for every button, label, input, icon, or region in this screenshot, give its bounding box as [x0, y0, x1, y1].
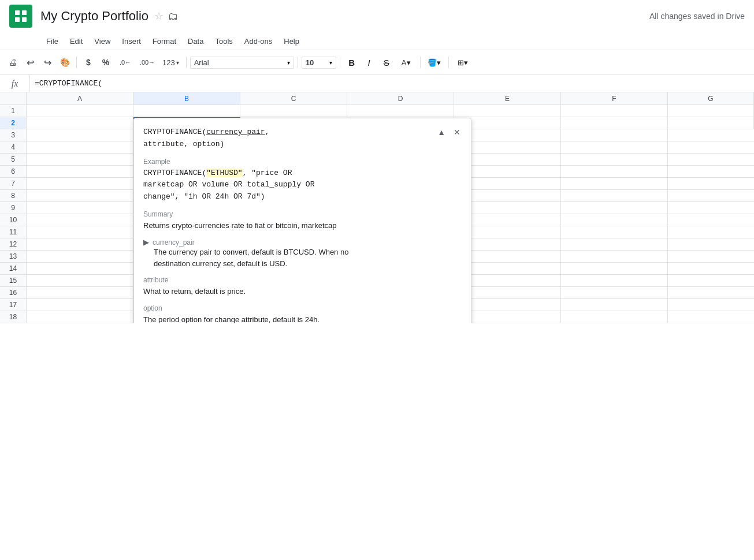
borders-btn[interactable]: ⊞▾ [452, 54, 473, 70]
example-section: Example CRYPTOFINANCE("ETHUSD", "price O… [143, 158, 462, 203]
cell[interactable] [668, 214, 754, 226]
font-color-btn[interactable]: A▾ [396, 54, 417, 70]
cell[interactable] [27, 190, 133, 201]
redo-btn[interactable]: ↪ [39, 54, 55, 70]
col-header-c[interactable]: C [240, 92, 347, 104]
cell[interactable] [240, 105, 347, 117]
cell[interactable] [668, 226, 754, 238]
menu-edit[interactable]: Edit [65, 35, 87, 47]
cell[interactable] [454, 105, 561, 117]
cell[interactable] [668, 117, 754, 129]
col-header-g[interactable]: G [668, 92, 754, 104]
cell[interactable] [27, 251, 133, 262]
cell[interactable] [561, 226, 668, 238]
cell[interactable] [27, 238, 133, 250]
font-family-box[interactable]: Arial ▾ [190, 57, 294, 69]
col-header-a[interactable]: A [27, 92, 133, 104]
cell[interactable] [27, 141, 133, 153]
menu-addons[interactable]: Add-ons [240, 35, 277, 47]
col-header-b[interactable]: B [133, 92, 240, 104]
undo-btn[interactable]: ↩ [22, 54, 38, 70]
row-num: 18 [0, 311, 27, 323]
cell[interactable] [27, 311, 133, 323]
cell[interactable] [27, 117, 133, 129]
cell[interactable] [27, 202, 133, 214]
star-icon[interactable]: ☆ [154, 10, 164, 23]
cell[interactable] [27, 226, 133, 238]
cell[interactable] [668, 299, 754, 311]
cell[interactable] [561, 178, 668, 189]
formula-input[interactable]: =CRYPTOFINANCE( [30, 77, 754, 90]
cell[interactable] [668, 263, 754, 274]
menu-help[interactable]: Help [279, 35, 304, 47]
menu-file[interactable]: File [42, 35, 63, 47]
cell[interactable] [27, 154, 133, 165]
cell[interactable] [27, 178, 133, 189]
cell[interactable] [561, 287, 668, 298]
cell[interactable] [561, 238, 668, 250]
col-header-f[interactable]: F [561, 92, 668, 104]
popup-prev-btn[interactable]: ▲ [436, 126, 447, 138]
menu-data[interactable]: Data [183, 35, 208, 47]
cell[interactable] [561, 263, 668, 274]
cell[interactable] [561, 214, 668, 226]
col-header-d[interactable]: D [347, 92, 454, 104]
cell[interactable] [668, 141, 754, 153]
cell[interactable] [561, 117, 668, 129]
cell[interactable] [27, 275, 133, 286]
font-size-box[interactable]: 10 ▾ [302, 57, 336, 69]
menu-insert[interactable]: Insert [117, 35, 146, 47]
cell[interactable] [561, 251, 668, 262]
cell[interactable] [561, 141, 668, 153]
cell[interactable] [27, 129, 133, 141]
folder-icon[interactable]: 🗂 [168, 10, 179, 23]
cell[interactable] [668, 287, 754, 298]
col-header-e[interactable]: E [454, 92, 561, 104]
menu-tools[interactable]: Tools [210, 35, 237, 47]
cell[interactable] [668, 311, 754, 323]
italic-btn[interactable]: I [361, 54, 377, 70]
cell[interactable] [668, 238, 754, 250]
cell[interactable] [668, 178, 754, 189]
cell[interactable] [561, 166, 668, 177]
more-formats-btn[interactable]: 123 ▾ [159, 54, 183, 70]
cell[interactable] [27, 299, 133, 311]
decrease-decimal-btn[interactable]: .0← [115, 54, 136, 70]
cell[interactable] [27, 263, 133, 274]
percent-btn[interactable]: % [98, 54, 114, 70]
menu-format[interactable]: Format [148, 35, 181, 47]
cell[interactable] [561, 275, 668, 286]
currency-btn[interactable]: $ [80, 54, 96, 70]
print-btn[interactable]: 🖨 [5, 54, 21, 70]
cell[interactable] [668, 129, 754, 141]
popup-close-btn[interactable]: ✕ [452, 126, 462, 138]
cell[interactable] [561, 129, 668, 141]
cell[interactable] [561, 105, 668, 117]
cell[interactable] [561, 299, 668, 311]
cell[interactable] [27, 214, 133, 226]
cell[interactable] [27, 105, 133, 117]
paint-format-btn[interactable]: 🎨 [57, 54, 73, 70]
cell[interactable] [561, 154, 668, 165]
fx-label: fx [0, 75, 30, 92]
highlight-btn[interactable]: 🪣▾ [424, 54, 445, 70]
cell[interactable] [668, 154, 754, 165]
toolbar-sep5 [420, 57, 421, 68]
cell[interactable] [668, 251, 754, 262]
strikethrough-btn[interactable]: S [378, 54, 395, 70]
cell[interactable] [668, 105, 754, 117]
increase-decimal-btn[interactable]: .00→ [137, 54, 158, 70]
bold-btn[interactable]: B [344, 54, 360, 70]
cell[interactable] [561, 190, 668, 201]
cell[interactable] [668, 166, 754, 177]
cell[interactable] [668, 275, 754, 286]
cell[interactable] [347, 105, 454, 117]
cell[interactable] [27, 166, 133, 177]
cell[interactable] [27, 287, 133, 298]
cell[interactable] [561, 311, 668, 323]
cell[interactable] [668, 202, 754, 214]
cell[interactable] [561, 202, 668, 214]
menu-view[interactable]: View [90, 35, 115, 47]
cell[interactable] [133, 105, 240, 117]
cell[interactable] [668, 190, 754, 201]
